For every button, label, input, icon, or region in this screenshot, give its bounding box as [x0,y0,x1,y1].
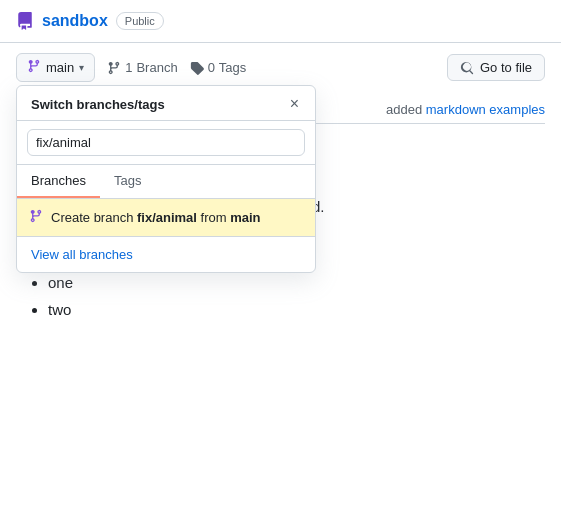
search-box [17,121,315,165]
view-all-branches-link[interactable]: View all branches [17,237,315,272]
readme-list: one two [48,269,537,323]
branch-icon [27,59,41,76]
create-branch-suffix: from [197,210,230,225]
go-to-file-button[interactable]: Go to file [447,54,545,81]
dropdown-title: Switch branches/tags [31,97,165,112]
tags-count: 0 [208,60,215,75]
tags-text: Tags [219,60,246,75]
repo-header: sandbox Public [0,0,561,43]
create-branch-name: fix/animal [137,210,197,225]
tab-branches[interactable]: Branches [17,165,100,198]
list-item: one [48,269,537,296]
go-to-file-label: Go to file [480,60,532,75]
close-button[interactable]: × [288,96,301,112]
repo-name[interactable]: sandbox [42,12,108,30]
branch-button[interactable]: main ▾ [16,53,95,82]
create-branch-source: main [230,210,260,225]
tab-row: Branches Tags [17,165,315,199]
visibility-badge: Public [116,12,164,30]
create-branch-text: Create branch fix/animal from main [51,210,261,225]
create-branch-prefix: Create branch [51,210,137,225]
tab-tags[interactable]: Tags [100,165,155,198]
branches-text: Branch [136,60,177,75]
meta-info: 1 Branch 0 Tags [107,60,246,75]
commit-message: added markdown examples [386,102,545,117]
branches-meta: 1 Branch [107,60,177,75]
branch-dropdown: Switch branches/tags × Branches Tags Cre… [16,85,316,273]
branch-label: main [46,60,74,75]
branch-search-input[interactable] [27,129,305,156]
toolbar: main ▾ 1 Branch 0 Tags Go to file Switch… [0,43,561,92]
branch-create-icon [29,209,43,226]
chevron-down-icon: ▾ [79,62,84,73]
repo-icon [16,12,34,30]
branches-count: 1 [125,60,132,75]
create-branch-row[interactable]: Create branch fix/animal from main [17,199,315,237]
dropdown-header: Switch branches/tags × [17,86,315,121]
commit-link[interactable]: markdown examples [426,102,545,117]
tags-meta: 0 Tags [190,60,247,75]
commit-text: added [386,102,426,117]
list-item: two [48,296,537,323]
